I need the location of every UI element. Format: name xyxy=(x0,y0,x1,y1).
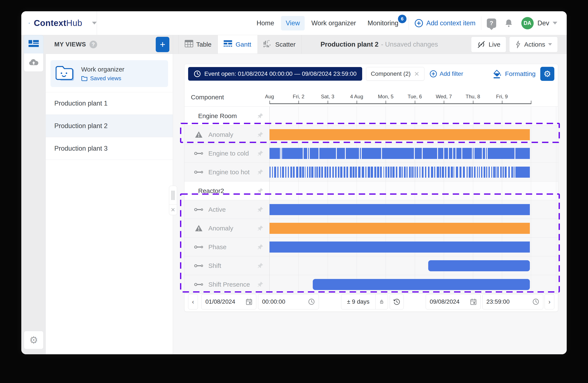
pan-left-button[interactable]: ‹ xyxy=(188,294,198,309)
pin-icon[interactable] xyxy=(257,244,264,250)
gantt-bar[interactable] xyxy=(311,167,313,178)
gantt-bar[interactable] xyxy=(313,279,530,290)
views-rail-button[interactable] xyxy=(24,35,43,53)
gantt-bar[interactable] xyxy=(486,167,487,178)
gantt-bar[interactable] xyxy=(491,167,492,178)
row-label[interactable]: Anomaly xyxy=(208,225,233,232)
add-view-button[interactable]: + xyxy=(156,37,169,52)
pin-icon[interactable] xyxy=(257,281,264,288)
gantt-bar[interactable] xyxy=(479,167,480,178)
gantt-bar[interactable] xyxy=(290,167,292,178)
gantt-bar[interactable] xyxy=(505,167,507,178)
gantt-bar[interactable] xyxy=(282,167,284,178)
gantt-bar[interactable] xyxy=(335,167,336,178)
gantt-bar[interactable] xyxy=(270,167,271,178)
gantt-bar[interactable] xyxy=(445,167,446,178)
gantt-bar[interactable] xyxy=(270,204,530,215)
gantt-bar[interactable] xyxy=(456,167,458,178)
gantt-bar[interactable] xyxy=(270,242,530,252)
pin-icon[interactable] xyxy=(257,262,264,269)
gantt-bar[interactable] xyxy=(362,167,364,178)
gantt-bar[interactable] xyxy=(296,167,298,178)
row-label[interactable]: Engine Room xyxy=(198,112,237,120)
gantt-bar[interactable] xyxy=(305,167,306,178)
gantt-bar[interactable] xyxy=(380,167,382,178)
gantt-bar[interactable] xyxy=(338,167,339,178)
gantt-bar[interactable] xyxy=(463,167,465,178)
gantt-bar[interactable] xyxy=(428,260,530,271)
gantt-bar[interactable] xyxy=(340,167,342,178)
gantt-bar[interactable] xyxy=(471,167,473,178)
gantt-bar[interactable] xyxy=(440,167,441,178)
gantt-bar[interactable] xyxy=(280,167,281,178)
gantt-bar[interactable] xyxy=(420,167,420,178)
row-label[interactable]: Shift Presence xyxy=(208,281,250,288)
gantt-bar[interactable] xyxy=(288,167,289,178)
gantt-bar[interactable] xyxy=(417,167,418,178)
gantt-bar[interactable] xyxy=(358,167,360,178)
gantt-bar[interactable] xyxy=(270,129,530,140)
gantt-bar[interactable] xyxy=(422,167,424,178)
gantt-bar[interactable] xyxy=(434,167,435,178)
row-label[interactable]: Engine too hot xyxy=(208,169,250,176)
pin-icon[interactable] xyxy=(257,131,264,138)
range-lock-button[interactable] xyxy=(375,294,388,309)
gantt-bar[interactable] xyxy=(371,167,373,178)
gantt-bar[interactable] xyxy=(396,167,398,178)
user-name[interactable]: Dev xyxy=(538,19,549,27)
saved-views-link[interactable]: Saved views xyxy=(81,75,125,82)
gantt-bar[interactable] xyxy=(299,167,301,178)
gantt-bar[interactable] xyxy=(409,167,411,178)
gantt-bar[interactable] xyxy=(293,167,294,178)
gantt-bar[interactable] xyxy=(324,167,326,178)
pin-icon[interactable] xyxy=(257,169,264,175)
gantt-bar[interactable] xyxy=(483,167,485,178)
gantt-bar[interactable] xyxy=(431,167,433,178)
gantt-bar[interactable] xyxy=(316,167,318,178)
gantt-bar[interactable] xyxy=(454,167,454,178)
gantt-bar[interactable] xyxy=(451,167,453,178)
pin-icon[interactable] xyxy=(257,188,264,194)
gantt-bar[interactable] xyxy=(377,167,379,178)
gantt-bar[interactable] xyxy=(319,167,320,178)
tab-scatter[interactable]: Scatter xyxy=(257,35,302,54)
gantt-bar[interactable] xyxy=(500,167,502,178)
gantt-bar[interactable] xyxy=(488,167,490,178)
gantt-bar[interactable] xyxy=(437,167,439,178)
gantt-bar[interactable] xyxy=(460,167,462,178)
gantt-bar[interactable] xyxy=(508,167,510,178)
gantt-bar[interactable] xyxy=(344,167,345,178)
gantt-bar[interactable] xyxy=(321,167,323,178)
pin-icon[interactable] xyxy=(257,113,264,119)
brand-block[interactable]: ContextHub xyxy=(21,11,97,35)
start-time-field[interactable]: 00:00:00 xyxy=(258,294,319,309)
gantt-bar[interactable] xyxy=(270,148,530,159)
gantt-bar[interactable] xyxy=(406,167,408,178)
gantt-bar[interactable] xyxy=(329,167,331,178)
gantt-bar[interactable] xyxy=(332,167,334,178)
user-avatar[interactable]: DA xyxy=(521,17,534,29)
gantt-bar[interactable] xyxy=(442,167,444,178)
gantt-bar[interactable] xyxy=(511,167,513,178)
gantt-bar[interactable] xyxy=(497,167,499,178)
gantt-bar[interactable] xyxy=(350,167,352,178)
gantt-bar[interactable] xyxy=(477,167,478,178)
pan-right-button[interactable]: › xyxy=(545,294,554,309)
gantt-bar[interactable] xyxy=(390,167,392,178)
pin-icon[interactable] xyxy=(257,206,264,213)
tab-table[interactable]: Table xyxy=(179,35,218,54)
brand-caret-icon[interactable] xyxy=(92,22,97,24)
gantt-bar[interactable] xyxy=(428,167,429,178)
gantt-bar[interactable] xyxy=(404,167,406,178)
sidebar-help-icon[interactable]: ? xyxy=(89,41,97,48)
gantt-bar[interactable] xyxy=(307,167,308,178)
row-label[interactable]: Reactor2 xyxy=(198,187,224,194)
remove-filter-icon[interactable]: ✕ xyxy=(414,70,419,78)
actions-button[interactable]: Actions xyxy=(509,37,558,52)
gantt-bar[interactable] xyxy=(365,167,366,178)
live-button[interactable]: Live xyxy=(471,37,506,52)
formatting-button[interactable]: Formatting xyxy=(492,69,536,78)
publish-rail-button[interactable] xyxy=(24,53,43,72)
gantt-bar[interactable] xyxy=(411,167,413,178)
gantt-bar[interactable] xyxy=(514,167,514,178)
